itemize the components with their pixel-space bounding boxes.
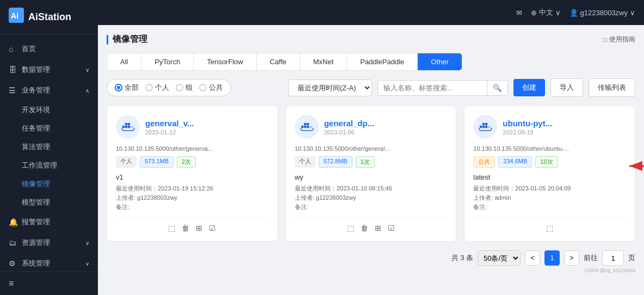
card-ubuntu-actions: ⬚ <box>473 218 626 232</box>
sidebar-item-model-mgmt[interactable]: 模型管理 <box>0 193 98 212</box>
scope-public-label: 公共 <box>209 83 223 93</box>
scope-personal-label: 个人 <box>155 83 169 93</box>
check-icon[interactable]: ☑ <box>209 224 216 232</box>
edit-icon[interactable]: ⊞ <box>196 224 202 232</box>
search-button[interactable]: 🔍 <box>487 81 507 95</box>
page-title: 镜像管理 <box>113 34 147 45</box>
sort-select[interactable]: 最近使用时间(Z-A) <box>288 79 372 96</box>
svg-rect-17 <box>485 126 487 128</box>
sidebar-item-system-label: 系统管理 <box>22 259 50 268</box>
card-general-dp-url: 10.130.10.135:5000/other/general... <box>295 145 448 152</box>
delete-icon-2[interactable]: 🗑 <box>361 224 368 232</box>
tab-pytorch[interactable]: PyTorch <box>141 53 194 70</box>
card-general-dp: general_dp... 2023-01-06 10.130.10.135:5… <box>286 106 457 242</box>
collapse-icon[interactable]: ≡ <box>9 279 14 288</box>
title-accent-bar <box>107 35 108 45</box>
user-chevron-icon: ∨ <box>630 9 635 17</box>
edit-icon-2[interactable]: ⊞ <box>375 224 381 232</box>
check-icon-2[interactable]: ☑ <box>388 224 395 232</box>
sidebar-item-biz-mgmt[interactable]: ☰ 业务管理 ∧ <box>0 80 98 101</box>
tab-paddlepaddle[interactable]: PaddlePaddle <box>347 53 418 70</box>
card-ubuntu: ubuntu-pyt... 2022-09-19 10.130.10.135:5… <box>464 106 635 242</box>
tag-type-3: 公共 <box>473 156 495 168</box>
sidebar-item-biz-label: 业务管理 <box>22 85 50 95</box>
card-ubuntu-url: 10.130.10.135:5000/other/ubuntu-... <box>473 145 626 152</box>
card-generval-header: generval_v... 2023-01-12 <box>116 115 269 139</box>
prev-page-button[interactable]: < <box>525 250 540 266</box>
lang-label: 中文 <box>539 8 553 17</box>
scope-group-label: 组 <box>185 83 193 93</box>
sidebar-item-alert[interactable]: 🔔 报警管理 <box>0 212 98 232</box>
lang-chevron-icon: ∨ <box>555 9 561 17</box>
radio-public-dot <box>199 84 207 91</box>
tag-size: 573.1MB <box>140 156 174 168</box>
tab-all[interactable]: All <box>107 53 141 70</box>
tab-tensorflow[interactable]: TensorFlow <box>194 53 256 70</box>
card-ubuntu-version: latest <box>473 173 626 181</box>
sidebar-item-workflow[interactable]: 工作流管理 <box>0 156 98 175</box>
goto-prefix: 前往 <box>584 253 598 263</box>
card-generval-date: 2023-01-12 <box>145 129 194 136</box>
card-general-dp-title-wrap: general_dp... 2023-01-06 <box>324 119 375 136</box>
sidebar-item-image-mgmt[interactable]: 镜像管理 <box>0 175 98 193</box>
sidebar-item-data-mgmt[interactable]: 🗄 数据管理 ∨ <box>0 59 98 80</box>
sidebar-item-model-label: 模型管理 <box>22 198 50 206</box>
goto-page-input[interactable] <box>602 250 624 266</box>
scope-public[interactable]: 公共 <box>199 83 223 93</box>
per-page-select[interactable]: 50条/页 <box>478 250 521 266</box>
card-generval-icon <box>116 115 140 139</box>
svg-rect-15 <box>480 126 482 128</box>
tab-mxnet[interactable]: MxNet <box>300 53 348 70</box>
export-icon-3[interactable]: ⬚ <box>546 224 553 232</box>
system-icon: ⚙ <box>9 259 17 268</box>
export-icon[interactable]: ⬚ <box>168 224 175 232</box>
sidebar-item-workflow-label: 工作流管理 <box>22 161 57 169</box>
mail-button[interactable]: ✉ <box>516 9 522 17</box>
pagination: 共 3 条 50条/页 < 1 > 前往 页 <box>107 250 635 266</box>
user-menu[interactable]: 👤 g12238003zwy ∨ <box>569 9 635 17</box>
cards-grid: generval_v... 2023-01-12 10.130.10.135:5… <box>107 106 635 242</box>
card-ubuntu-name[interactable]: ubuntu-pyt... <box>503 119 552 128</box>
biz-icon: ☰ <box>9 86 17 95</box>
card-ubuntu-last-used: 最近使用时间：2023-01-05 20:04:09 <box>473 185 626 193</box>
tag-count-2: 1次 <box>356 156 375 168</box>
sidebar-item-resource[interactable]: 🗂 资源管理 ∨ <box>0 232 98 253</box>
delete-icon[interactable]: 🗑 <box>182 224 189 232</box>
card-generval-uploader: 上传者: g12238003zwy <box>116 194 269 202</box>
radio-personal-dot <box>145 84 153 91</box>
card-generval-actions: ⬚ 🗑 ⊞ ☑ <box>116 218 269 232</box>
transfer-button[interactable]: 传输列表 <box>589 78 635 97</box>
sidebar-item-system[interactable]: ⚙ 系统管理 ∨ <box>0 253 98 272</box>
svg-rect-18 <box>482 123 485 125</box>
globe-icon: ⊕ <box>531 9 537 17</box>
watermark: CSDN @rqj_6312356S <box>107 268 635 273</box>
logo-icon: Ai <box>9 8 24 26</box>
scope-all-label: 全部 <box>125 83 139 93</box>
sidebar-item-algo-mgmt[interactable]: 算法管理 <box>0 138 98 156</box>
export-icon-2[interactable]: ⬚ <box>347 224 354 232</box>
svg-rect-10 <box>304 126 306 128</box>
card-generval-name[interactable]: generval_v... <box>145 119 194 128</box>
current-page-button[interactable]: 1 <box>544 250 560 266</box>
help-link[interactable]: □ 使用指南 <box>603 35 635 44</box>
scope-personal[interactable]: 个人 <box>145 83 169 93</box>
import-button[interactable]: 导入 <box>550 78 583 97</box>
lang-selector[interactable]: ⊕ 中文 ∨ <box>531 8 561 17</box>
scope-all[interactable]: 全部 <box>115 83 139 93</box>
tab-other[interactable]: Other <box>418 53 462 70</box>
card-general-dp-last-used: 最近使用时间：2023-01-10 08:15:46 <box>295 185 448 193</box>
tag-count: 2次 <box>177 156 196 168</box>
search-input[interactable] <box>378 81 487 95</box>
sidebar-item-dev-env[interactable]: 开发环境 <box>0 101 98 119</box>
sidebar-item-home[interactable]: ⌂ 首页 <box>0 39 98 59</box>
topbar: ✉ ⊕ 中文 ∨ 👤 g12238003zwy ∨ <box>98 0 644 25</box>
card-generval-last-used: 最近使用时间：2023-01-19 15:12:26 <box>116 185 269 193</box>
scope-group[interactable]: 组 <box>176 83 193 93</box>
sidebar-item-resource-label: 资源管理 <box>22 238 50 248</box>
tab-caffe[interactable]: Caffe <box>257 53 300 70</box>
card-general-dp-name[interactable]: general_dp... <box>324 119 375 128</box>
create-button[interactable]: 创建 <box>513 79 545 96</box>
card-generval-title-wrap: generval_v... 2023-01-12 <box>145 119 194 136</box>
sidebar-item-task-mgmt[interactable]: 任务管理 <box>0 119 98 138</box>
next-page-button[interactable]: > <box>564 250 579 266</box>
